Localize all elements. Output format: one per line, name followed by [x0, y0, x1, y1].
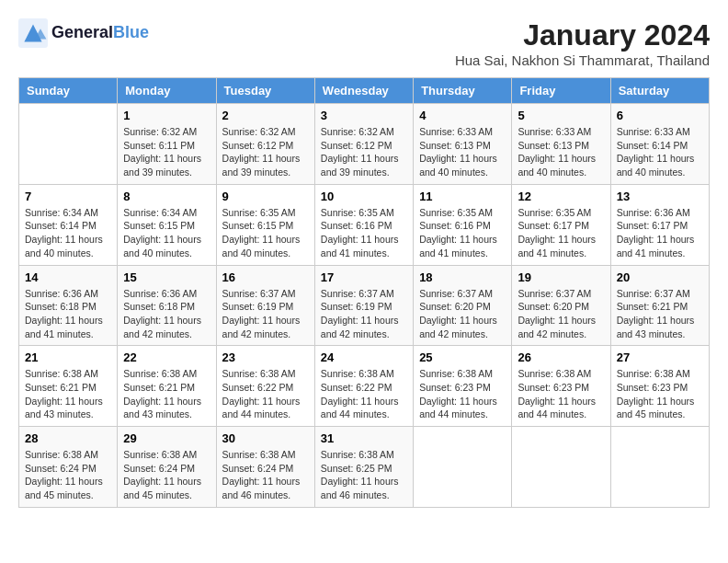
calendar-cell: 28Sunrise: 6:38 AMSunset: 6:24 PMDayligh… [19, 427, 118, 508]
day-number: 7 [25, 190, 111, 203]
day-number: 4 [419, 109, 506, 122]
day-info: Sunrise: 6:34 AMSunset: 6:14 PMDaylight:… [25, 206, 111, 260]
day-number: 6 [617, 109, 703, 122]
calendar-week-5: 28Sunrise: 6:38 AMSunset: 6:24 PMDayligh… [19, 427, 710, 508]
calendar-cell: 29Sunrise: 6:38 AMSunset: 6:24 PMDayligh… [118, 427, 216, 508]
calendar-cell: 20Sunrise: 6:37 AMSunset: 6:21 PMDayligh… [610, 265, 709, 346]
day-info: Sunrise: 6:34 AMSunset: 6:15 PMDaylight:… [123, 206, 210, 260]
calendar-cell: 21Sunrise: 6:38 AMSunset: 6:21 PMDayligh… [19, 346, 118, 427]
day-number: 13 [617, 190, 703, 203]
calendar-week-4: 21Sunrise: 6:38 AMSunset: 6:21 PMDayligh… [19, 346, 710, 427]
day-info: Sunrise: 6:33 AMSunset: 6:14 PMDaylight:… [617, 125, 703, 179]
calendar-cell: 4Sunrise: 6:33 AMSunset: 6:13 PMDaylight… [414, 104, 512, 185]
day-number: 28 [25, 431, 111, 445]
day-number: 11 [419, 190, 506, 203]
day-info: Sunrise: 6:38 AMSunset: 6:21 PMDaylight:… [123, 367, 210, 421]
day-info: Sunrise: 6:32 AMSunset: 6:12 PMDaylight:… [321, 125, 407, 179]
calendar-header-row: SundayMondayTuesdayWednesdayThursdayFrid… [19, 78, 710, 104]
day-number: 17 [321, 270, 407, 284]
day-info: Sunrise: 6:36 AMSunset: 6:18 PMDaylight:… [25, 287, 111, 341]
calendar-cell: 14Sunrise: 6:36 AMSunset: 6:18 PMDayligh… [19, 265, 118, 346]
day-info: Sunrise: 6:38 AMSunset: 6:23 PMDaylight:… [617, 367, 703, 421]
day-header-sunday: Sunday [19, 78, 118, 104]
day-info: Sunrise: 6:38 AMSunset: 6:23 PMDaylight:… [518, 367, 604, 421]
calendar-cell: 3Sunrise: 6:32 AMSunset: 6:12 PMDaylight… [314, 104, 413, 185]
day-number: 20 [617, 270, 703, 284]
logo-blue: Blue [113, 23, 149, 41]
day-number: 2 [222, 109, 309, 122]
calendar-cell: 25Sunrise: 6:38 AMSunset: 6:23 PMDayligh… [414, 346, 512, 427]
day-number: 15 [123, 270, 210, 284]
day-number: 26 [518, 350, 604, 364]
day-info: Sunrise: 6:32 AMSunset: 6:11 PMDaylight:… [123, 125, 210, 179]
day-number: 22 [123, 350, 210, 364]
day-number: 5 [518, 109, 604, 122]
logo-general: General [51, 23, 113, 41]
calendar-cell: 27Sunrise: 6:38 AMSunset: 6:23 PMDayligh… [610, 346, 709, 427]
day-header-wednesday: Wednesday [314, 78, 413, 104]
day-info: Sunrise: 6:37 AMSunset: 6:19 PMDaylight:… [321, 287, 407, 341]
day-info: Sunrise: 6:37 AMSunset: 6:19 PMDaylight:… [222, 287, 309, 341]
calendar-cell: 9Sunrise: 6:35 AMSunset: 6:15 PMDaylight… [216, 184, 314, 265]
calendar-week-3: 14Sunrise: 6:36 AMSunset: 6:18 PMDayligh… [19, 265, 710, 346]
day-info: Sunrise: 6:32 AMSunset: 6:12 PMDaylight:… [222, 125, 309, 179]
day-number: 19 [518, 270, 604, 284]
day-number: 9 [222, 190, 309, 203]
day-number: 8 [123, 190, 210, 203]
day-info: Sunrise: 6:38 AMSunset: 6:23 PMDaylight:… [419, 367, 506, 421]
calendar-cell: 12Sunrise: 6:35 AMSunset: 6:17 PMDayligh… [512, 184, 610, 265]
day-number: 23 [222, 350, 309, 364]
day-info: Sunrise: 6:33 AMSunset: 6:13 PMDaylight:… [518, 125, 604, 179]
day-number: 14 [25, 270, 111, 284]
day-info: Sunrise: 6:37 AMSunset: 6:20 PMDaylight:… [419, 287, 506, 341]
location: Hua Sai, Nakhon Si Thammarat, Thailand [455, 52, 710, 68]
calendar-cell: 15Sunrise: 6:36 AMSunset: 6:18 PMDayligh… [118, 265, 216, 346]
calendar-cell: 22Sunrise: 6:38 AMSunset: 6:21 PMDayligh… [118, 346, 216, 427]
day-number: 10 [321, 190, 407, 203]
month-year: January 2024 [455, 18, 710, 52]
day-info: Sunrise: 6:36 AMSunset: 6:18 PMDaylight:… [123, 287, 210, 341]
day-info: Sunrise: 6:37 AMSunset: 6:21 PMDaylight:… [617, 287, 703, 341]
calendar-cell: 2Sunrise: 6:32 AMSunset: 6:12 PMDaylight… [216, 104, 314, 185]
day-info: Sunrise: 6:35 AMSunset: 6:15 PMDaylight:… [222, 206, 309, 260]
day-info: Sunrise: 6:35 AMSunset: 6:17 PMDaylight:… [518, 206, 604, 260]
day-info: Sunrise: 6:38 AMSunset: 6:22 PMDaylight:… [222, 367, 309, 421]
day-header-tuesday: Tuesday [216, 78, 314, 104]
day-info: Sunrise: 6:36 AMSunset: 6:17 PMDaylight:… [617, 206, 703, 260]
calendar-table: SundayMondayTuesdayWednesdayThursdayFrid… [18, 77, 710, 508]
calendar-cell: 26Sunrise: 6:38 AMSunset: 6:23 PMDayligh… [512, 346, 610, 427]
day-number: 3 [321, 109, 407, 122]
calendar-cell: 13Sunrise: 6:36 AMSunset: 6:17 PMDayligh… [610, 184, 709, 265]
day-number: 16 [222, 270, 309, 284]
calendar-cell: 1Sunrise: 6:32 AMSunset: 6:11 PMDaylight… [118, 104, 216, 185]
day-info: Sunrise: 6:37 AMSunset: 6:20 PMDaylight:… [518, 287, 604, 341]
day-number: 31 [321, 431, 407, 445]
calendar-cell [610, 427, 709, 508]
calendar-cell: 19Sunrise: 6:37 AMSunset: 6:20 PMDayligh… [512, 265, 610, 346]
day-header-monday: Monday [118, 78, 216, 104]
calendar-cell: 17Sunrise: 6:37 AMSunset: 6:19 PMDayligh… [314, 265, 413, 346]
calendar-cell: 11Sunrise: 6:35 AMSunset: 6:16 PMDayligh… [414, 184, 512, 265]
day-info: Sunrise: 6:35 AMSunset: 6:16 PMDaylight:… [321, 206, 407, 260]
day-info: Sunrise: 6:35 AMSunset: 6:16 PMDaylight:… [419, 206, 506, 260]
calendar-cell: 18Sunrise: 6:37 AMSunset: 6:20 PMDayligh… [414, 265, 512, 346]
day-info: Sunrise: 6:33 AMSunset: 6:13 PMDaylight:… [419, 125, 506, 179]
calendar-cell: 5Sunrise: 6:33 AMSunset: 6:13 PMDaylight… [512, 104, 610, 185]
calendar-cell: 31Sunrise: 6:38 AMSunset: 6:25 PMDayligh… [314, 427, 413, 508]
calendar-cell [19, 104, 118, 185]
day-header-friday: Friday [512, 78, 610, 104]
day-number: 25 [419, 350, 506, 364]
day-number: 12 [518, 190, 604, 203]
day-info: Sunrise: 6:38 AMSunset: 6:21 PMDaylight:… [25, 367, 111, 421]
day-number: 24 [321, 350, 407, 364]
day-header-thursday: Thursday [414, 78, 512, 104]
day-header-saturday: Saturday [610, 78, 709, 104]
calendar-cell: 30Sunrise: 6:38 AMSunset: 6:24 PMDayligh… [216, 427, 314, 508]
logo: GeneralBlue [18, 18, 149, 48]
calendar-cell: 10Sunrise: 6:35 AMSunset: 6:16 PMDayligh… [314, 184, 413, 265]
day-info: Sunrise: 6:38 AMSunset: 6:22 PMDaylight:… [321, 367, 407, 421]
day-number: 1 [123, 109, 210, 122]
calendar-week-1: 1Sunrise: 6:32 AMSunset: 6:11 PMDaylight… [19, 104, 710, 185]
day-info: Sunrise: 6:38 AMSunset: 6:24 PMDaylight:… [123, 448, 210, 502]
day-number: 29 [123, 431, 210, 445]
